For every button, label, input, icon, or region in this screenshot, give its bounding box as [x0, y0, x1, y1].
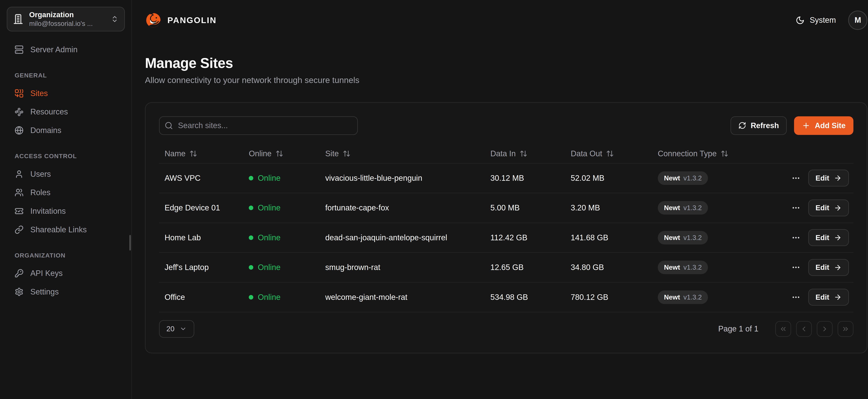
previous-page-button[interactable]	[796, 321, 812, 337]
sort-button[interactable]: Site	[319, 145, 356, 162]
sidebar-item-label: Resources	[30, 107, 68, 116]
site-name-cell: Home Lab	[159, 233, 243, 242]
sidebar-item-users[interactable]: Users	[7, 165, 125, 183]
page-size-select[interactable]: 20	[159, 320, 194, 338]
data-in-cell: 30.12 MB	[485, 174, 565, 183]
brand-logo[interactable]: PANGOLIN	[145, 12, 217, 29]
actions-cell: Edit	[785, 259, 854, 276]
data-out-cell: 780.12 GB	[565, 293, 652, 302]
column-label: Name	[164, 149, 186, 158]
pagination: Page 1 of 1	[718, 321, 854, 337]
sort-button[interactable]: Data In	[485, 145, 533, 162]
sidebar-item-domains[interactable]: Domains	[7, 121, 125, 140]
sidebar: Organization milo@fossorial.io's ... Ser…	[0, 0, 132, 399]
arrow-right-icon	[834, 204, 842, 212]
connection-type-badge: Newtv1.3.2	[658, 290, 708, 304]
ellipsis-icon	[792, 174, 801, 183]
table-footer: 20 Page 1 of 1	[159, 320, 854, 338]
data-in-cell: 5.00 MB	[485, 203, 565, 212]
sort-button[interactable]: Online	[243, 145, 289, 162]
sidebar-item-resources[interactable]: Resources	[7, 103, 125, 121]
ellipsis-icon	[792, 203, 801, 212]
gear-icon	[14, 287, 24, 296]
edit-label: Edit	[815, 293, 829, 301]
status-cell: Online	[243, 233, 319, 242]
row-menu-button[interactable]	[791, 289, 801, 305]
sidebar-item-label: Settings	[30, 287, 59, 296]
avatar[interactable]: M	[848, 10, 867, 30]
sort-icon	[189, 150, 197, 157]
key-icon	[14, 269, 24, 278]
site-id-cell: smug-brown-rat	[319, 263, 485, 272]
sidebar-item-roles[interactable]: Roles	[7, 183, 125, 202]
sort-icon	[520, 150, 527, 157]
row-menu-button[interactable]	[791, 170, 801, 186]
sidebar-item-api-keys[interactable]: API Keys	[7, 264, 125, 283]
table-row: Jeff's LaptopOnlinesmug-brown-rat12.65 G…	[159, 253, 854, 283]
waypoints-icon	[14, 108, 24, 117]
sidebar-scrollbar[interactable]	[129, 235, 131, 251]
column-label: Online	[249, 149, 272, 158]
edit-button[interactable]: Edit	[808, 200, 849, 216]
connection-type-cell: Newtv1.3.2	[652, 260, 785, 274]
edit-button[interactable]: Edit	[808, 170, 849, 186]
column-label: Site	[325, 149, 339, 158]
column-header-online: Online	[243, 145, 319, 162]
connection-version: v1.3.2	[683, 264, 702, 271]
column-header-name: Name	[159, 145, 243, 162]
theme-toggle[interactable]: System	[796, 16, 836, 25]
globe-icon	[14, 126, 24, 135]
arrow-right-icon	[834, 174, 842, 182]
column-header-connection-type: Connection Type	[652, 145, 785, 162]
chevron-left-icon	[800, 325, 808, 333]
sidebar-item-invitations[interactable]: Invitations	[7, 202, 125, 220]
row-menu-button[interactable]	[791, 230, 801, 246]
status-label: Online	[258, 293, 281, 302]
sidebar-item-server-admin[interactable]: Server Admin	[7, 40, 125, 59]
site-id-cell: vivacious-little-blue-penguin	[319, 174, 485, 183]
search-wrap	[159, 116, 358, 135]
row-menu-button[interactable]	[791, 259, 801, 275]
org-selector[interactable]: Organization milo@fossorial.io's ...	[7, 7, 125, 31]
first-page-button[interactable]	[775, 321, 791, 337]
chevrons-right-icon	[842, 325, 849, 333]
status-label: Online	[258, 263, 281, 272]
sidebar-section-title: ACCESS CONTROL	[7, 153, 125, 160]
connection-type-badge: Newtv1.3.2	[658, 231, 708, 244]
sidebar-item-sites[interactable]: Sites	[7, 84, 125, 103]
edit-button[interactable]: Edit	[808, 289, 849, 306]
row-menu-button[interactable]	[791, 200, 801, 216]
edit-button[interactable]: Edit	[808, 259, 849, 276]
site-id-cell: welcome-giant-mole-rat	[319, 293, 485, 302]
edit-button[interactable]: Edit	[808, 229, 849, 246]
refresh-label: Refresh	[751, 121, 779, 130]
sidebar-item-shareable-links[interactable]: Shareable Links	[7, 220, 125, 239]
brand-name: PANGOLIN	[167, 15, 217, 25]
user-icon	[14, 170, 24, 179]
search-input[interactable]	[159, 116, 358, 135]
sidebar-item-settings[interactable]: Settings	[7, 283, 125, 301]
data-out-cell: 141.68 GB	[565, 233, 652, 242]
sidebar-item-label: Domains	[30, 126, 61, 135]
actions-cell: Edit	[785, 200, 854, 216]
next-page-button[interactable]	[817, 321, 833, 337]
pager-buttons	[775, 321, 854, 337]
add-site-button[interactable]: Add Site	[794, 116, 854, 135]
toolbar-buttons: Refresh Add Site	[731, 116, 854, 135]
page-subtitle: Allow connectivity to your network throu…	[145, 75, 867, 85]
status-dot	[249, 295, 253, 300]
actions-cell: Edit	[785, 229, 854, 246]
sort-button[interactable]: Data Out	[565, 145, 620, 162]
site-id-cell: fortunate-cape-fox	[319, 203, 485, 212]
sort-button[interactable]: Connection Type	[652, 145, 734, 162]
table-row: OfficeOnlinewelcome-giant-mole-rat534.98…	[159, 283, 854, 312]
sidebar-item-label: Shareable Links	[30, 225, 87, 234]
data-out-cell: 52.02 MB	[565, 174, 652, 183]
connection-version: v1.3.2	[683, 174, 702, 182]
refresh-button[interactable]: Refresh	[731, 116, 787, 135]
topbar-right: System M	[796, 10, 867, 30]
edit-label: Edit	[815, 234, 829, 242]
column-header-data-out: Data Out	[565, 145, 652, 162]
last-page-button[interactable]	[838, 321, 854, 337]
sort-button[interactable]: Name	[159, 145, 203, 162]
